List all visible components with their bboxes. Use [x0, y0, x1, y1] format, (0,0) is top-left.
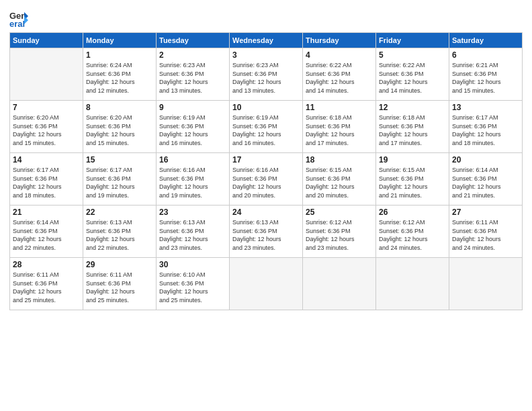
calendar-day-cell: 14Sunrise: 6:17 AMSunset: 6:36 PMDayligh… — [10, 153, 83, 205]
page: Gen eral SundayMondayTuesdayWednesdayThu… — [0, 0, 532, 411]
calendar-day-cell: 21Sunrise: 6:14 AMSunset: 6:36 PMDayligh… — [10, 205, 83, 258]
calendar-day-cell: 15Sunrise: 6:17 AMSunset: 6:36 PMDayligh… — [83, 153, 157, 205]
calendar-day-cell: 20Sunrise: 6:14 AMSunset: 6:36 PMDayligh… — [449, 153, 523, 205]
calendar-day-cell: 22Sunrise: 6:13 AMSunset: 6:36 PMDayligh… — [83, 205, 157, 258]
calendar-day-cell — [230, 258, 303, 310]
calendar-header-sunday: Sunday — [10, 33, 83, 48]
day-info: Sunrise: 6:13 AMSunset: 6:36 PMDaylight:… — [159, 218, 226, 252]
calendar-week-row: 21Sunrise: 6:14 AMSunset: 6:36 PMDayligh… — [10, 205, 523, 258]
header: Gen eral — [9, 7, 523, 28]
day-number: 13 — [452, 103, 519, 112]
calendar-day-cell: 19Sunrise: 6:15 AMSunset: 6:36 PMDayligh… — [376, 153, 449, 205]
day-number: 27 — [452, 208, 519, 217]
day-info: Sunrise: 6:17 AMSunset: 6:36 PMDaylight:… — [452, 113, 519, 147]
calendar-header-tuesday: Tuesday — [157, 33, 230, 48]
calendar-header-saturday: Saturday — [449, 33, 523, 48]
calendar-day-cell: 17Sunrise: 6:16 AMSunset: 6:36 PMDayligh… — [230, 153, 303, 205]
calendar-day-cell: 1Sunrise: 6:24 AMSunset: 6:36 PMDaylight… — [83, 48, 157, 101]
calendar-day-cell — [449, 258, 523, 310]
calendar-day-cell: 23Sunrise: 6:13 AMSunset: 6:36 PMDayligh… — [157, 205, 230, 258]
day-number: 29 — [86, 260, 153, 269]
day-number: 30 — [159, 260, 226, 269]
day-info: Sunrise: 6:22 AMSunset: 6:36 PMDaylight:… — [379, 61, 446, 95]
calendar-day-cell: 13Sunrise: 6:17 AMSunset: 6:36 PMDayligh… — [449, 101, 523, 153]
day-info: Sunrise: 6:12 AMSunset: 6:36 PMDaylight:… — [379, 218, 446, 252]
calendar-day-cell: 29Sunrise: 6:11 AMSunset: 6:36 PMDayligh… — [83, 258, 157, 310]
day-number: 2 — [159, 50, 226, 60]
calendar-day-cell: 8Sunrise: 6:20 AMSunset: 6:36 PMDaylight… — [83, 101, 157, 153]
day-number: 18 — [306, 155, 373, 165]
calendar-week-row: 28Sunrise: 6:11 AMSunset: 6:36 PMDayligh… — [10, 258, 523, 310]
calendar-day-cell: 27Sunrise: 6:11 AMSunset: 6:36 PMDayligh… — [449, 205, 523, 258]
day-number: 15 — [86, 155, 153, 165]
calendar-day-cell: 16Sunrise: 6:16 AMSunset: 6:36 PMDayligh… — [157, 153, 230, 205]
calendar-day-cell: 25Sunrise: 6:12 AMSunset: 6:36 PMDayligh… — [303, 205, 376, 258]
calendar-day-cell: 2Sunrise: 6:23 AMSunset: 6:36 PMDaylight… — [157, 48, 230, 101]
day-number: 26 — [379, 208, 446, 217]
day-info: Sunrise: 6:10 AMSunset: 6:36 PMDaylight:… — [159, 271, 226, 304]
day-number: 14 — [13, 155, 80, 165]
calendar-day-cell: 18Sunrise: 6:15 AMSunset: 6:36 PMDayligh… — [303, 153, 376, 205]
calendar-week-row: 7Sunrise: 6:20 AMSunset: 6:36 PMDaylight… — [10, 101, 523, 153]
calendar-day-cell: 5Sunrise: 6:22 AMSunset: 6:36 PMDaylight… — [376, 48, 449, 101]
calendar-day-cell: 11Sunrise: 6:18 AMSunset: 6:36 PMDayligh… — [303, 101, 376, 153]
day-number: 17 — [232, 155, 300, 165]
day-number: 1 — [86, 50, 153, 60]
calendar-table: SundayMondayTuesdayWednesdayThursdayFrid… — [9, 32, 523, 310]
day-number: 3 — [232, 50, 300, 60]
calendar-day-cell: 30Sunrise: 6:10 AMSunset: 6:36 PMDayligh… — [157, 258, 230, 310]
calendar-day-cell: 9Sunrise: 6:19 AMSunset: 6:36 PMDaylight… — [157, 101, 230, 153]
day-info: Sunrise: 6:21 AMSunset: 6:36 PMDaylight:… — [452, 61, 519, 95]
day-number: 5 — [379, 50, 446, 60]
day-number: 23 — [159, 208, 226, 217]
day-info: Sunrise: 6:18 AMSunset: 6:36 PMDaylight:… — [306, 113, 373, 147]
calendar-day-cell: 28Sunrise: 6:11 AMSunset: 6:36 PMDayligh… — [10, 258, 83, 310]
day-info: Sunrise: 6:17 AMSunset: 6:36 PMDaylight:… — [13, 166, 80, 199]
day-number: 10 — [232, 103, 300, 112]
calendar-header-row: SundayMondayTuesdayWednesdayThursdayFrid… — [10, 33, 523, 48]
calendar-day-cell — [10, 48, 83, 101]
svg-text:eral: eral — [9, 19, 25, 28]
day-number: 8 — [86, 103, 153, 112]
day-info: Sunrise: 6:22 AMSunset: 6:36 PMDaylight:… — [306, 61, 373, 95]
day-number: 4 — [306, 50, 373, 60]
day-info: Sunrise: 6:20 AMSunset: 6:36 PMDaylight:… — [13, 113, 80, 147]
day-number: 20 — [452, 155, 519, 165]
day-number: 12 — [379, 103, 446, 112]
day-info: Sunrise: 6:13 AMSunset: 6:36 PMDaylight:… — [86, 218, 153, 252]
calendar-header-monday: Monday — [83, 33, 157, 48]
day-info: Sunrise: 6:20 AMSunset: 6:36 PMDaylight:… — [86, 113, 153, 147]
calendar-week-row: 1Sunrise: 6:24 AMSunset: 6:36 PMDaylight… — [10, 48, 523, 101]
calendar-header-wednesday: Wednesday — [230, 33, 303, 48]
day-number: 19 — [379, 155, 446, 165]
day-info: Sunrise: 6:23 AMSunset: 6:36 PMDaylight:… — [159, 61, 226, 95]
day-number: 22 — [86, 208, 153, 217]
logo-icon: Gen eral — [9, 9, 28, 28]
calendar-day-cell — [303, 258, 376, 310]
calendar-day-cell: 3Sunrise: 6:23 AMSunset: 6:36 PMDaylight… — [230, 48, 303, 101]
day-number: 28 — [13, 260, 80, 269]
day-number: 25 — [306, 208, 373, 217]
day-number: 11 — [306, 103, 373, 112]
day-info: Sunrise: 6:15 AMSunset: 6:36 PMDaylight:… — [306, 166, 373, 199]
calendar-day-cell: 24Sunrise: 6:13 AMSunset: 6:36 PMDayligh… — [230, 205, 303, 258]
day-info: Sunrise: 6:23 AMSunset: 6:36 PMDaylight:… — [232, 61, 300, 95]
day-info: Sunrise: 6:24 AMSunset: 6:36 PMDaylight:… — [86, 61, 153, 95]
calendar-day-cell: 12Sunrise: 6:18 AMSunset: 6:36 PMDayligh… — [376, 101, 449, 153]
day-info: Sunrise: 6:11 AMSunset: 6:36 PMDaylight:… — [13, 271, 80, 304]
day-number: 6 — [452, 50, 519, 60]
day-number: 24 — [232, 208, 300, 217]
calendar-day-cell: 6Sunrise: 6:21 AMSunset: 6:36 PMDaylight… — [449, 48, 523, 101]
day-info: Sunrise: 6:11 AMSunset: 6:36 PMDaylight:… — [86, 271, 153, 304]
day-info: Sunrise: 6:16 AMSunset: 6:36 PMDaylight:… — [232, 166, 300, 199]
calendar-header-friday: Friday — [376, 33, 449, 48]
day-number: 7 — [13, 103, 80, 112]
day-info: Sunrise: 6:14 AMSunset: 6:36 PMDaylight:… — [452, 166, 519, 199]
day-info: Sunrise: 6:19 AMSunset: 6:36 PMDaylight:… — [232, 113, 300, 147]
day-info: Sunrise: 6:15 AMSunset: 6:36 PMDaylight:… — [379, 166, 446, 199]
day-info: Sunrise: 6:19 AMSunset: 6:36 PMDaylight:… — [159, 113, 226, 147]
calendar-day-cell: 7Sunrise: 6:20 AMSunset: 6:36 PMDaylight… — [10, 101, 83, 153]
day-info: Sunrise: 6:12 AMSunset: 6:36 PMDaylight:… — [306, 218, 373, 252]
day-info: Sunrise: 6:14 AMSunset: 6:36 PMDaylight:… — [13, 218, 80, 252]
calendar-header-thursday: Thursday — [303, 33, 376, 48]
